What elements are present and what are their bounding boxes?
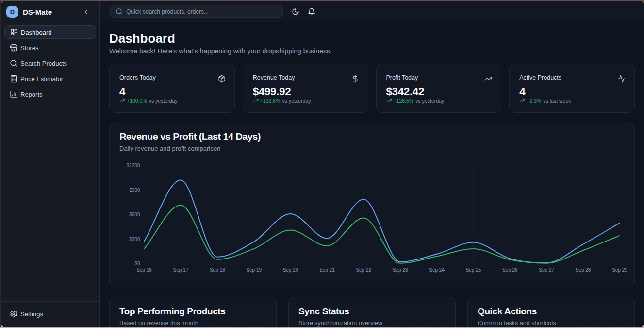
svg-text:Sep 26: Sep 26 <box>502 267 518 273</box>
svg-text:$900: $900 <box>129 188 140 193</box>
svg-text:Sep 22: Sep 22 <box>356 267 371 273</box>
svg-text:Sep 21: Sep 21 <box>319 267 335 273</box>
svg-text:Sep 17: Sep 17 <box>173 267 189 273</box>
svg-text:Sep 23: Sep 23 <box>393 267 408 273</box>
svg-text:Sep 24: Sep 24 <box>429 267 445 273</box>
svg-text:Sep 18: Sep 18 <box>210 267 225 273</box>
svg-text:$600: $600 <box>129 212 140 217</box>
svg-text:Sep 28: Sep 28 <box>576 267 591 273</box>
svg-text:Sep 29: Sep 29 <box>612 267 627 273</box>
svg-text:$0: $0 <box>134 261 140 266</box>
svg-text:Sep 20: Sep 20 <box>283 267 298 273</box>
svg-text:Sep 27: Sep 27 <box>539 267 554 273</box>
svg-text:Sep 16: Sep 16 <box>136 267 152 273</box>
svg-text:Sep 25: Sep 25 <box>466 267 481 273</box>
svg-text:Sep 19: Sep 19 <box>246 267 262 273</box>
svg-text:$1200: $1200 <box>127 163 140 168</box>
svg-text:$300: $300 <box>129 237 140 242</box>
